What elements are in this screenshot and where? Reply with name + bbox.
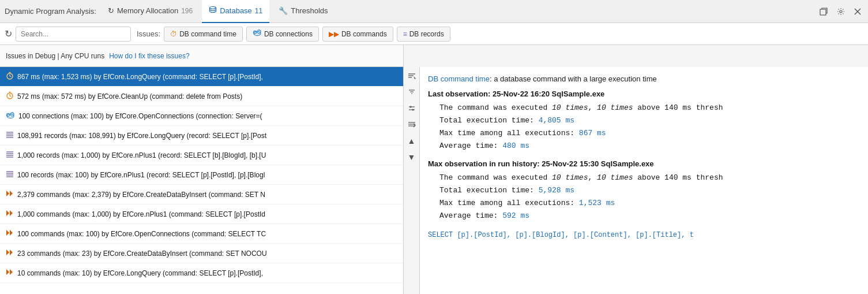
max-max-time: Max time among all executions: 1,523 ms bbox=[439, 197, 860, 210]
filter-db-records-label: DB records bbox=[409, 30, 444, 38]
sort-button[interactable] bbox=[405, 69, 419, 83]
fix-issues-link[interactable]: How do I fix these issues? bbox=[109, 52, 189, 60]
issue-text: 2,379 commands (max: 2,379) by EfCore.Cr… bbox=[17, 191, 397, 199]
filter-db-records[interactable]: ≡ DB records bbox=[397, 27, 450, 42]
close-button[interactable] bbox=[852, 6, 863, 17]
filter2-button[interactable] bbox=[405, 85, 419, 99]
issue-type-icon bbox=[6, 269, 14, 277]
max-total-time: Total execution time: 5,928 ms bbox=[439, 184, 860, 197]
clock-icon: ⏱ bbox=[170, 30, 177, 38]
issue-type-icon bbox=[6, 151, 14, 159]
svg-point-50 bbox=[409, 106, 411, 108]
filter-db-commands-label: DB commands bbox=[341, 30, 387, 38]
tab-memory[interactable]: ↻ Memory Allocation 196 bbox=[101, 0, 200, 23]
list-item[interactable]: 100 commands (max: 100) by EfCore.OpenCo… bbox=[0, 224, 403, 244]
tab-memory-label: Memory Allocation bbox=[117, 6, 178, 15]
issue-type-icon bbox=[6, 190, 14, 199]
play-icon: ▶▶ bbox=[329, 30, 339, 38]
svg-line-10 bbox=[10, 76, 12, 77]
database-icon bbox=[209, 6, 217, 16]
search-input[interactable] bbox=[16, 27, 131, 42]
issue-text: 108,991 records (max: 108,991) by EfCore… bbox=[17, 132, 397, 140]
issue-text: 100 commands (max: 100) by EfCore.OpenCo… bbox=[17, 230, 397, 238]
issue-text: 1,000 records (max: 1,000) by EfCore.nPl… bbox=[17, 151, 397, 159]
svg-marker-35 bbox=[6, 210, 9, 216]
memory-refresh-icon: ↻ bbox=[108, 6, 114, 15]
top-bar-actions bbox=[817, 5, 863, 18]
svg-rect-1 bbox=[820, 9, 826, 15]
svg-marker-36 bbox=[10, 210, 13, 216]
main-area: 867 ms (max: 1,523 ms) by EfCore.LongQue… bbox=[0, 67, 868, 294]
filter-db-command-time[interactable]: ⏱ DB command time bbox=[164, 27, 243, 42]
svg-marker-33 bbox=[6, 191, 9, 196]
list-item[interactable]: 10 commands (max: 10) by EfCore.LongQuer… bbox=[0, 263, 403, 283]
issue-type-icon bbox=[6, 111, 15, 120]
max-observation-body: The command was executed 10 times, 10 ti… bbox=[428, 172, 860, 222]
tab-thresholds-label: Thresholds bbox=[291, 6, 328, 15]
refresh-button[interactable]: ↻ bbox=[5, 28, 12, 39]
description-text: : a database command with a large execut… bbox=[490, 75, 657, 83]
move-down-button[interactable]: ▼ bbox=[405, 150, 419, 164]
issue-text: 10 commands (max: 10) by EfCore.LongQuer… bbox=[17, 269, 397, 277]
last-observation-body: The command was executed 10 times, 10 ti… bbox=[428, 102, 860, 152]
tab-database[interactable]: Database 11 bbox=[202, 0, 269, 23]
last-total-time: Total execution time: 4,805 ms bbox=[439, 114, 860, 127]
tab-thresholds[interactable]: 🔧 Thresholds bbox=[272, 0, 335, 23]
list-item[interactable]: 1,000 records (max: 1,000) by EfCore.nPl… bbox=[0, 146, 403, 165]
svg-point-2 bbox=[840, 10, 842, 13]
issue-text: 100 records (max: 100) by EfCore.nPlus1 … bbox=[17, 171, 397, 179]
list-item[interactable]: 100 records (max: 100) by EfCore.nPlus1 … bbox=[0, 165, 403, 185]
adjust-button[interactable] bbox=[405, 102, 419, 116]
sql-query-line: SELECT [p].[PostId], [p].[BlogId], [p].[… bbox=[428, 229, 860, 241]
svg-marker-38 bbox=[10, 230, 13, 236]
last-exec-line: The command was executed 10 times, 10 ti… bbox=[439, 102, 860, 114]
description-line: DB command time: a database command with… bbox=[428, 73, 860, 85]
issues-list: 867 ms (max: 1,523 ms) by EfCore.LongQue… bbox=[0, 67, 403, 294]
issue-text: 1,000 commands (max: 1,000) by EfCore.nP… bbox=[17, 210, 397, 218]
issue-type-icon bbox=[6, 72, 14, 81]
tab-database-label: Database bbox=[220, 6, 252, 15]
settings-button[interactable] bbox=[835, 5, 847, 18]
arrow-down-button[interactable] bbox=[405, 118, 419, 132]
issue-type-icon bbox=[6, 170, 14, 179]
svg-line-15 bbox=[10, 96, 12, 96]
issue-type-icon bbox=[6, 229, 14, 238]
svg-marker-42 bbox=[10, 269, 13, 275]
filter-db-connections[interactable]: DB connections bbox=[246, 27, 319, 42]
issue-type-icon bbox=[6, 210, 14, 218]
issue-text: 23 commands (max: 23) by EfCore.CreateDa… bbox=[17, 250, 397, 258]
last-max-time: Max time among all executions: 867 ms bbox=[439, 127, 860, 140]
issues-filter-bar: ↻ Issues: ⏱ DB command time DB connectio… bbox=[0, 23, 868, 45]
tab-database-count: 11 bbox=[255, 7, 262, 15]
issue-type-icon bbox=[6, 91, 14, 101]
thresholds-icon: 🔧 bbox=[279, 6, 288, 15]
svg-marker-41 bbox=[6, 269, 9, 275]
svg-marker-37 bbox=[6, 230, 9, 236]
issue-type-icon bbox=[6, 249, 14, 258]
svg-marker-34 bbox=[10, 191, 13, 196]
svg-point-0 bbox=[210, 7, 216, 9]
issues-label: Issues: bbox=[137, 29, 160, 38]
filter-db-commands[interactable]: ▶▶ DB commands bbox=[322, 27, 393, 42]
list-item[interactable]: 1,000 commands (max: 1,000) by EfCore.nP… bbox=[0, 204, 403, 224]
window-restore-button[interactable] bbox=[817, 5, 830, 18]
filter-db-command-time-label: DB command time bbox=[179, 30, 236, 38]
move-up-button[interactable]: ▲ bbox=[405, 134, 419, 148]
issue-type-icon bbox=[6, 131, 14, 140]
max-exec-line: The command was executed 10 times, 10 ti… bbox=[439, 172, 860, 184]
issue-text: 572 ms (max: 572 ms) by EfCore.CleanUp (… bbox=[17, 92, 397, 101]
list-item[interactable]: 867 ms (max: 1,523 ms) by EfCore.LongQue… bbox=[0, 67, 403, 87]
list-item[interactable]: 23 commands (max: 23) by EfCore.CreateDa… bbox=[0, 244, 403, 263]
records-icon: ≡ bbox=[403, 30, 407, 38]
db-command-time-link[interactable]: DB command time bbox=[428, 75, 490, 83]
issues-context-label: Issues in Debug | Any CPU runs bbox=[6, 52, 104, 60]
list-item[interactable]: 108,991 records (max: 108,991) by EfCore… bbox=[0, 126, 403, 146]
list-item[interactable]: 572 ms (max: 572 ms) by EfCore.CleanUp (… bbox=[0, 87, 403, 106]
last-observation-header: Last observation: 25-Nov-22 16:20 SqlSam… bbox=[428, 88, 860, 101]
svg-point-52 bbox=[412, 109, 414, 111]
issue-text: 867 ms (max: 1,523 ms) by EfCore.LongQue… bbox=[17, 73, 397, 81]
top-bar-label: Dynamic Program Analysis: bbox=[5, 7, 96, 16]
list-item[interactable]: 2,379 commands (max: 2,379) by EfCore.Cr… bbox=[0, 185, 403, 204]
list-item[interactable]: 100 connections (max: 100) by EfCore.Ope… bbox=[0, 106, 403, 126]
right-content-panel: DB command time: a database command with… bbox=[420, 67, 868, 294]
